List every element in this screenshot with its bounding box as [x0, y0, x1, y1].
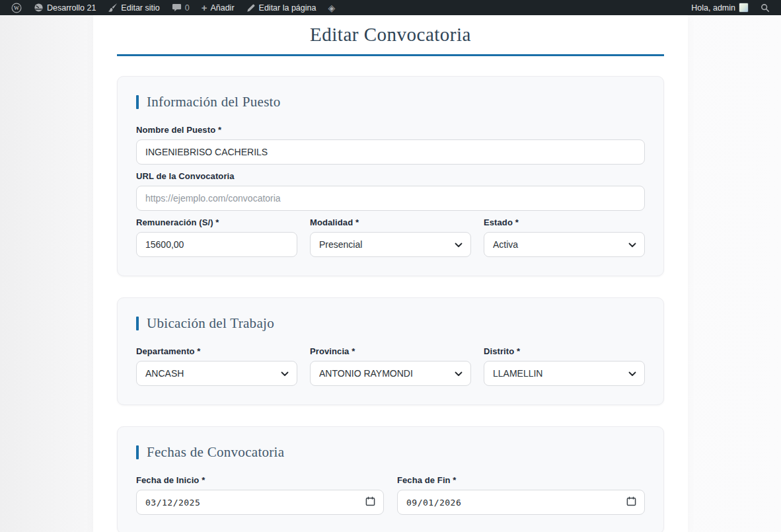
estado-selected-value: Activa	[493, 239, 628, 250]
section-heading: Información del Puesto	[136, 94, 645, 110]
chevron-down-icon	[628, 367, 636, 379]
field-provincia: Provincia * ANTONIO RAYMONDI	[310, 346, 471, 386]
section-title-ubicacion: Ubicación del Trabajo	[147, 315, 274, 332]
departamento-select[interactable]: ANCASH	[136, 361, 297, 386]
content-column: Editar Convocatoria Información del Pues…	[93, 15, 688, 532]
section-title-fechas: Fechas de Convocatoria	[147, 444, 284, 461]
url-convocatoria-input[interactable]	[136, 186, 645, 211]
accent-bar	[136, 317, 139, 330]
departamento-selected-value: ANCASH	[145, 368, 281, 379]
field-modalidad: Modalidad * Presencial	[310, 217, 471, 257]
nombre-puesto-input[interactable]	[136, 139, 645, 165]
fechas-field-row: Fecha de Inicio * 03/12/2025 Fecha de Fi…	[136, 475, 645, 515]
distrito-select[interactable]: LLAMELLIN	[484, 361, 645, 386]
field-departamento: Departamento * ANCASH	[136, 346, 297, 386]
calendar-icon	[626, 496, 636, 509]
card-informacion-puesto: Información del Puesto Nombre del Puesto…	[117, 76, 664, 276]
modalidad-label: Modalidad *	[310, 217, 471, 227]
edit-page-menu[interactable]: Editar la página	[241, 0, 322, 15]
estado-select[interactable]: Activa	[484, 232, 645, 257]
remuneracion-label: Remuneración (S/) *	[136, 217, 297, 227]
info-field-row: Remuneración (S/) * Modalidad * Presenci…	[136, 217, 645, 257]
field-nombre-puesto: Nombre del Puesto *	[136, 125, 645, 165]
diamond-plugin-icon: ◈	[328, 3, 335, 13]
paintbrush-icon	[108, 3, 118, 13]
fecha-fin-value: 09/01/2026	[406, 498, 626, 508]
field-url-convocatoria: URL de la Convocatoria	[136, 171, 645, 211]
chevron-down-icon	[455, 367, 463, 379]
edit-site-label: Editar sitio	[121, 3, 159, 13]
departamento-label: Departamento *	[136, 346, 297, 356]
modalidad-selected-value: Presencial	[319, 239, 455, 250]
provincia-selected-value: ANTONIO RAYMONDI	[319, 368, 455, 379]
field-distrito: Distrito * LLAMELLIN	[484, 346, 645, 386]
wordpress-logo-menu[interactable]: W	[5, 0, 28, 15]
greeting-label: Hola, admin	[691, 3, 735, 13]
page-title: Editar Convocatoria	[93, 24, 688, 46]
field-remuneracion: Remuneración (S/) *	[136, 217, 297, 257]
field-fecha-fin: Fecha de Fin * 09/01/2026	[397, 475, 645, 515]
card-fechas-convocatoria: Fechas de Convocatoria Fecha de Inicio *…	[117, 426, 664, 532]
provincia-label: Provincia *	[310, 346, 471, 356]
section-heading: Ubicación del Trabajo	[136, 315, 645, 332]
my-account-menu[interactable]: Hola, admin	[685, 0, 755, 15]
nombre-puesto-label: Nombre del Puesto *	[136, 125, 645, 135]
svg-text:W: W	[14, 5, 20, 11]
url-convocatoria-label: URL de la Convocatoria	[136, 171, 645, 181]
chevron-down-icon	[628, 239, 636, 250]
pencil-icon	[246, 3, 256, 13]
fecha-fin-date-input[interactable]: 09/01/2026	[397, 490, 645, 515]
comments-count: 0	[185, 3, 190, 13]
accent-bar	[136, 95, 139, 109]
site-name-label: Desarrollo 21	[47, 3, 96, 13]
edit-page-label: Editar la página	[259, 3, 316, 13]
fecha-inicio-date-input[interactable]: 03/12/2025	[136, 490, 384, 515]
title-underline	[117, 54, 664, 56]
plugin-menu[interactable]: ◈	[322, 0, 341, 15]
fecha-fin-label: Fecha de Fin *	[397, 475, 645, 485]
field-fecha-inicio: Fecha de Inicio * 03/12/2025	[136, 475, 384, 515]
search-menu[interactable]	[755, 0, 776, 15]
wordpress-logo-icon: W	[11, 3, 22, 13]
avatar	[739, 3, 749, 13]
plus-icon: +	[202, 3, 207, 13]
modalidad-select[interactable]: Presencial	[310, 232, 471, 257]
search-icon	[761, 3, 770, 13]
field-estado: Estado * Activa	[484, 217, 645, 257]
comments-menu[interactable]: 0	[166, 0, 196, 15]
section-title-informacion: Información del Puesto	[147, 94, 281, 110]
comment-bubble-icon	[172, 3, 182, 13]
accent-bar	[136, 445, 139, 459]
provincia-select[interactable]: ANTONIO RAYMONDI	[310, 361, 471, 386]
card-ubicacion-trabajo: Ubicación del Trabajo Departamento * ANC…	[117, 297, 664, 405]
distrito-selected-value: LLAMELLIN	[493, 368, 628, 379]
add-new-label: Añadir	[210, 3, 234, 13]
fecha-inicio-value: 03/12/2025	[145, 498, 365, 508]
distrito-label: Distrito *	[484, 346, 645, 356]
estado-label: Estado *	[484, 217, 645, 227]
ubicacion-field-row: Departamento * ANCASH Provincia * ANTONI…	[136, 346, 645, 386]
add-new-menu[interactable]: + Añadir	[196, 0, 241, 15]
section-heading: Fechas de Convocatoria	[136, 444, 645, 461]
site-name-menu[interactable]: Desarrollo 21	[28, 0, 102, 15]
chevron-down-icon	[455, 239, 463, 250]
remuneracion-input[interactable]	[136, 232, 297, 257]
chevron-down-icon	[281, 367, 289, 379]
calendar-icon	[365, 496, 375, 509]
wp-admin-bar: W Desarrollo 21 Editar sitio	[0, 0, 781, 15]
fecha-inicio-label: Fecha de Inicio *	[136, 475, 384, 485]
dashboard-gauge-icon	[34, 3, 44, 13]
edit-site-menu[interactable]: Editar sitio	[102, 0, 165, 15]
